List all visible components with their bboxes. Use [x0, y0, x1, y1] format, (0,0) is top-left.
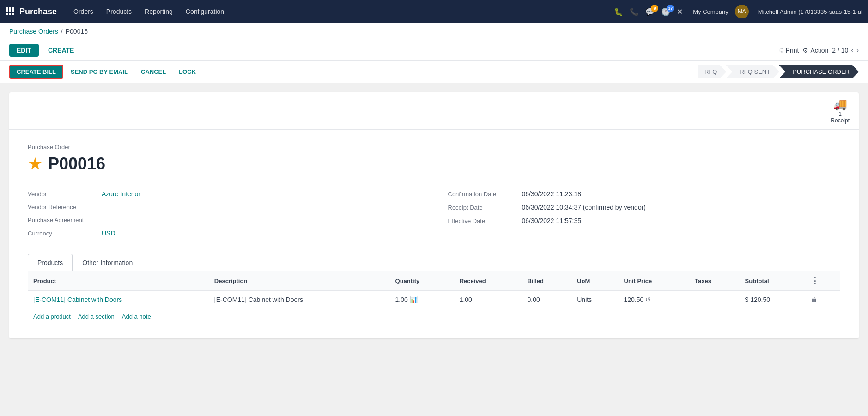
company-name: My Company	[693, 8, 728, 15]
svg-rect-3	[6, 10, 8, 12]
pagination-text: 2 / 10	[832, 47, 848, 54]
add-links: Add a product Add a section Add a note	[28, 308, 840, 325]
right-fields: Confirmation Date 06/30/2022 11:23:18 Re…	[448, 187, 841, 240]
product-taxes	[689, 291, 740, 308]
product-name[interactable]: [E-COM11] Cabinet with Doors	[28, 291, 209, 308]
svg-rect-2	[12, 7, 14, 10]
vendor-ref-label: Vendor Reference	[28, 204, 102, 211]
phone-icon[interactable]: 📞	[630, 7, 639, 16]
print-button[interactable]: 🖨 Print	[777, 47, 799, 54]
product-received: 1.00	[454, 291, 522, 308]
product-quantity: 1.00 📊	[390, 291, 454, 308]
breadcrumb-current: P00016	[66, 28, 88, 35]
vendor-label: Vendor	[28, 191, 102, 198]
avatar[interactable]: MA	[735, 5, 749, 18]
status-pipeline: RFQ RFQ SENT PURCHASE ORDER	[698, 65, 859, 78]
breadcrumb-bar: Purchase Orders / P00016	[0, 23, 868, 40]
create-bill-button[interactable]: CREATE BILL	[9, 65, 63, 79]
cancel-button[interactable]: CANCEL	[135, 66, 171, 78]
status-bar: CREATE BILL SEND PO BY EMAIL CANCEL LOCK…	[0, 61, 868, 83]
nav-reporting[interactable]: Reporting	[139, 4, 178, 19]
action-bar: EDIT CREATE 🖨 Print ⚙ Action 2 / 10 ‹ ›	[0, 40, 868, 61]
bug-icon[interactable]: 🐛	[614, 7, 623, 16]
reset-icon[interactable]: ↺	[645, 296, 651, 303]
nav-configuration[interactable]: Configuration	[180, 4, 230, 19]
svg-rect-6	[6, 13, 8, 15]
add-note-link[interactable]: Add a note	[122, 313, 151, 320]
close-icon[interactable]: ✕	[677, 7, 683, 16]
confirmation-date-label: Confirmation Date	[448, 191, 522, 198]
receipt-label: Receipt	[831, 117, 850, 124]
nav-products[interactable]: Products	[101, 4, 137, 19]
order-number: P00016	[48, 154, 105, 174]
row-delete[interactable]: 🗑	[805, 291, 840, 308]
app-name: Purchase	[19, 7, 57, 17]
svg-rect-7	[9, 13, 11, 15]
purchase-agreement-label: Purchase Agreement	[28, 217, 102, 223]
print-label: Print	[786, 47, 799, 54]
col-product: Product	[28, 271, 209, 291]
product-subtotal: $ 120.50	[740, 291, 805, 308]
currency-row: Currency USD	[28, 227, 420, 240]
trash-icon[interactable]: 🗑	[811, 296, 817, 303]
gear-icon: ⚙	[802, 47, 808, 54]
col-billed: Billed	[522, 271, 572, 291]
next-page-button[interactable]: ›	[856, 46, 859, 54]
product-description: [E-COM11] Cabinet with Doors	[209, 291, 390, 308]
form-fields: Vendor Azure Interior Vendor Reference P…	[28, 187, 840, 240]
tab-products[interactable]: Products	[28, 254, 73, 271]
content-area: 🚚 1 Receipt Purchase Order ★ P00016 Vend…	[0, 83, 868, 348]
action-button[interactable]: ⚙ Action	[802, 47, 828, 54]
column-options-icon[interactable]: ⋮	[811, 276, 819, 285]
vendor-value[interactable]: Azure Interior	[102, 190, 140, 198]
table-row: [E-COM11] Cabinet with Doors [E-COM11] C…	[28, 291, 840, 308]
svg-rect-4	[9, 10, 11, 12]
printer-icon: 🖨	[777, 47, 784, 54]
breadcrumb-sep: /	[61, 28, 63, 35]
table-header-row: Product Description Quantity Received Bi…	[28, 271, 840, 291]
main-card: 🚚 1 Receipt Purchase Order ★ P00016 Vend…	[9, 92, 859, 338]
effective-date-row: Effective Date 06/30/2022 11:57:35	[448, 214, 841, 228]
chat-icon[interactable]: 💬 9	[645, 7, 655, 16]
col-taxes: Taxes	[689, 271, 740, 291]
product-uom: Units	[571, 291, 618, 308]
edit-button[interactable]: EDIT	[9, 44, 39, 57]
products-table: Product Description Quantity Received Bi…	[28, 271, 840, 308]
svg-rect-0	[6, 7, 8, 10]
receipt-date-row: Receipt Date 06/30/2022 10:34:37 (confir…	[448, 201, 841, 214]
svg-rect-1	[9, 7, 11, 10]
star-icon[interactable]: ★	[28, 154, 42, 174]
clock-badge: 37	[667, 5, 674, 12]
svg-rect-5	[12, 10, 14, 12]
add-section-link[interactable]: Add a section	[78, 313, 115, 320]
lock-button[interactable]: LOCK	[173, 66, 201, 78]
breadcrumb-parent[interactable]: Purchase Orders	[9, 28, 58, 35]
receipt-date-value: 06/30/2022 10:34:37 (confirmed by vendor…	[522, 204, 646, 211]
doc-body: Purchase Order ★ P00016 Vendor Azure Int…	[9, 130, 859, 338]
left-fields: Vendor Azure Interior Vendor Reference P…	[28, 187, 420, 240]
col-received: Received	[454, 271, 522, 291]
status-purchase-order[interactable]: PURCHASE ORDER	[779, 65, 859, 78]
create-button[interactable]: CREATE	[42, 44, 80, 57]
svg-rect-8	[12, 13, 14, 15]
col-actions: ⋮	[805, 271, 840, 291]
prev-page-button[interactable]: ‹	[851, 46, 853, 54]
vendor-row: Vendor Azure Interior	[28, 187, 420, 201]
purchase-agreement-row: Purchase Agreement	[28, 214, 420, 227]
receipt-count: 1	[838, 111, 842, 117]
grid-icon[interactable]	[6, 7, 14, 17]
currency-value[interactable]: USD	[102, 229, 115, 237]
send-po-button[interactable]: SEND PO BY EMAIL	[65, 66, 134, 78]
status-rfq[interactable]: RFQ	[698, 65, 726, 78]
top-nav: Purchase Orders Products Reporting Confi…	[0, 0, 868, 23]
col-subtotal: Subtotal	[740, 271, 805, 291]
add-product-link[interactable]: Add a product	[33, 313, 71, 320]
chart-icon[interactable]: 📊	[410, 296, 418, 303]
nav-orders[interactable]: Orders	[68, 4, 99, 19]
confirmation-date-value: 06/30/2022 11:23:18	[522, 190, 581, 198]
status-rfq-sent[interactable]: RFQ SENT	[726, 65, 779, 78]
clock-icon[interactable]: 🕐 37	[661, 7, 670, 16]
receipt-button[interactable]: 🚚 1 Receipt	[831, 98, 850, 124]
col-quantity: Quantity	[390, 271, 454, 291]
tab-other-information[interactable]: Other Information	[73, 254, 142, 271]
